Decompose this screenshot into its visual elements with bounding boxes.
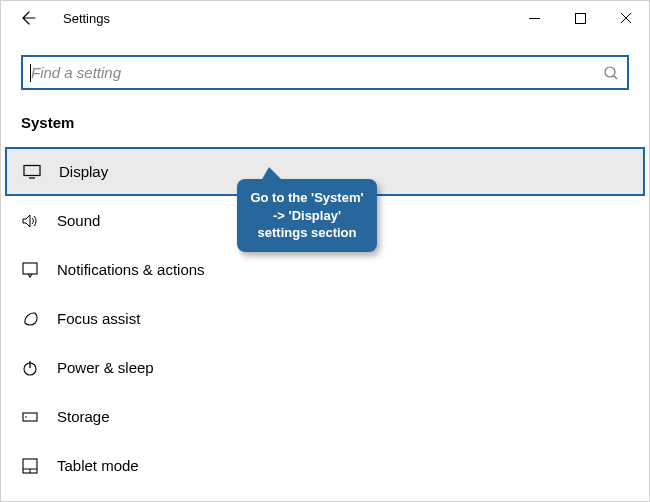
sound-icon [21, 212, 43, 230]
svg-rect-6 [24, 165, 40, 175]
sidebar-item-label: Notifications & actions [57, 261, 205, 278]
back-button[interactable] [13, 2, 45, 34]
notifications-icon [21, 261, 43, 279]
svg-rect-1 [575, 13, 585, 23]
sidebar-item-tablet-mode[interactable]: Tablet mode [1, 441, 649, 490]
focus-assist-icon [21, 310, 43, 328]
search-icon [603, 65, 619, 81]
sidebar-item-label: Sound [57, 212, 100, 229]
sidebar-item-label: Tablet mode [57, 457, 139, 474]
sidebar-item-label: Display [59, 163, 108, 180]
sidebar-item-label: Focus assist [57, 310, 140, 327]
svg-rect-8 [23, 263, 37, 274]
close-button[interactable] [603, 2, 649, 34]
sidebar-item-focus-assist[interactable]: Focus assist [1, 294, 649, 343]
section-heading: System [1, 104, 649, 141]
minimize-button[interactable] [511, 2, 557, 34]
titlebar: Settings [1, 1, 649, 35]
svg-line-5 [614, 75, 618, 79]
sidebar-item-notifications[interactable]: Notifications & actions [1, 245, 649, 294]
storage-icon [21, 408, 43, 426]
svg-point-12 [25, 416, 27, 418]
minimize-icon [529, 13, 540, 24]
display-icon [23, 163, 45, 181]
maximize-button[interactable] [557, 2, 603, 34]
power-icon [21, 359, 43, 377]
window-controls [511, 2, 649, 34]
search-container [1, 35, 649, 104]
instruction-callout: Go to the 'System' -> 'Display' settings… [237, 179, 377, 252]
tablet-mode-icon [21, 457, 43, 475]
sidebar-item-label: Power & sleep [57, 359, 154, 376]
search-box[interactable] [21, 55, 629, 90]
sidebar-item-storage[interactable]: Storage [1, 392, 649, 441]
window-title: Settings [63, 11, 110, 26]
sidebar-item-power-sleep[interactable]: Power & sleep [1, 343, 649, 392]
text-caret [30, 64, 31, 82]
arrow-left-icon [21, 10, 37, 26]
close-icon [620, 12, 632, 24]
search-input[interactable] [31, 57, 597, 88]
svg-rect-11 [23, 413, 37, 421]
callout-text: Go to the 'System' -> 'Display' settings… [250, 190, 363, 240]
sidebar-item-label: Storage [57, 408, 110, 425]
maximize-icon [575, 13, 586, 24]
